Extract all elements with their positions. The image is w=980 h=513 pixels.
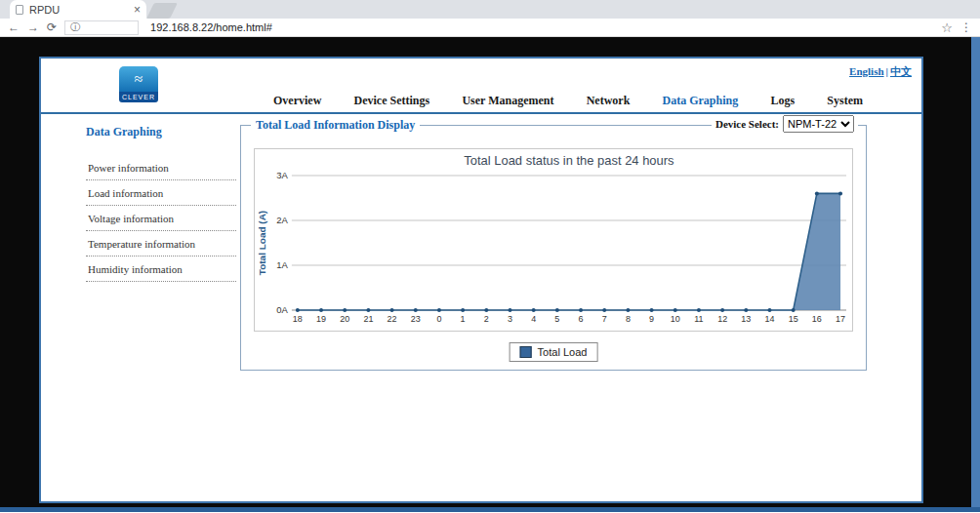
svg-text:17: 17	[836, 314, 845, 324]
sidebar: Data Graphing Power informationLoad info…	[86, 125, 236, 282]
svg-text:18: 18	[293, 314, 303, 324]
svg-text:22: 22	[388, 314, 397, 324]
browser-tab-strip: RPDU ×	[0, 0, 980, 19]
svg-text:13: 13	[741, 314, 751, 324]
chart-legend: Total Load	[510, 342, 598, 362]
svg-text:11: 11	[694, 314, 703, 324]
svg-text:4: 4	[531, 314, 536, 324]
info-icon: ⓘ	[70, 20, 80, 34]
bottom-edge-bar	[0, 507, 980, 512]
site-info-chip[interactable]: ⓘ	[64, 20, 139, 35]
legend-label: Total Load	[538, 346, 588, 358]
svg-text:2: 2	[484, 314, 489, 324]
browser-tab[interactable]: RPDU ×	[10, 0, 146, 19]
browser-toolbar: ← → ⟳ ⓘ 192.168.8.22/home.html# ☆ ⋮	[0, 19, 980, 37]
sidebar-item-power-information[interactable]: Power information	[86, 155, 236, 180]
rpdu-page: English|中文 ≈ CLEVER OverviewDevice Setti…	[39, 57, 923, 503]
svg-text:7: 7	[602, 314, 607, 324]
tab-title: RPDU	[29, 4, 134, 16]
svg-text:19: 19	[316, 314, 326, 324]
main-nav: OverviewDevice SettingsUser ManagementNe…	[273, 94, 863, 108]
device-select-label: Device Select:	[715, 118, 779, 130]
nav-item-network[interactable]: Network	[587, 94, 631, 108]
svg-text:3: 3	[508, 314, 512, 324]
lang-separator: |	[886, 65, 888, 77]
sidebar-list: Power informationLoad informationVoltage…	[86, 155, 236, 282]
page-favicon-icon	[16, 5, 23, 15]
svg-text:6: 6	[579, 314, 584, 324]
page-background: English|中文 ≈ CLEVER OverviewDevice Setti…	[0, 37, 980, 512]
device-select-group: Device Select: NPM-T-22	[712, 115, 858, 133]
back-icon[interactable]: ←	[8, 21, 20, 33]
nav-item-overview[interactable]: Overview	[273, 94, 321, 108]
svg-text:20: 20	[340, 314, 349, 324]
nav-item-user-management[interactable]: User Management	[462, 94, 553, 108]
clever-logo: ≈ CLEVER	[119, 66, 158, 102]
svg-text:15: 15	[789, 314, 798, 324]
total-load-chart: 0A1A2A3A18192021222301234567891011121314…	[255, 149, 852, 331]
svg-text:5: 5	[554, 314, 559, 324]
reload-icon[interactable]: ⟳	[47, 21, 57, 33]
lang-english-link[interactable]: English	[849, 65, 883, 77]
svg-text:1: 1	[461, 314, 466, 324]
browser-menu-icon[interactable]: ⋮	[960, 20, 972, 34]
sidebar-item-load-information[interactable]: Load information	[86, 180, 236, 206]
tab-close-icon[interactable]: ×	[134, 4, 141, 16]
total-load-panel: Total Load Information Display Device Se…	[240, 125, 867, 371]
svg-text:Total Load (A): Total Load (A)	[257, 211, 267, 275]
browser-window: RPDU × ← → ⟳ ⓘ 192.168.8.22/home.html# ☆…	[0, 0, 980, 513]
svg-text:0A: 0A	[276, 304, 288, 315]
lang-chinese-link[interactable]: 中文	[890, 65, 912, 77]
svg-text:8: 8	[626, 314, 631, 324]
sidebar-item-voltage-information[interactable]: Voltage information	[86, 206, 236, 231]
device-select[interactable]: NPM-T-22	[783, 115, 854, 133]
logo-wave-icon: ≈	[119, 66, 158, 92]
svg-text:Total Load status in the past: Total Load status in the past 24 hours	[464, 153, 674, 168]
svg-text:2A: 2A	[276, 215, 288, 225]
sidebar-item-temperature-information[interactable]: Temperature information	[86, 231, 236, 256]
svg-text:16: 16	[812, 314, 822, 324]
nav-item-logs[interactable]: Logs	[770, 94, 795, 108]
new-tab-button[interactable]	[146, 3, 178, 19]
address-bar[interactable]: 192.168.8.22/home.html#	[150, 21, 272, 33]
chart-box: 0A1A2A3A18192021222301234567891011121314…	[254, 148, 853, 332]
bookmark-star-icon[interactable]: ☆	[941, 20, 953, 35]
nav-underline	[41, 112, 921, 114]
svg-text:0: 0	[436, 314, 441, 324]
svg-text:1A: 1A	[276, 259, 288, 270]
svg-text:23: 23	[411, 314, 421, 324]
svg-text:10: 10	[671, 314, 680, 324]
right-edge-bar	[971, 37, 980, 512]
sidebar-item-humidity-information[interactable]: Humidity information	[86, 256, 236, 282]
logo-text: CLEVER	[119, 92, 158, 102]
svg-text:14: 14	[765, 314, 775, 324]
svg-text:12: 12	[717, 314, 727, 324]
language-switch: English|中文	[849, 64, 912, 79]
sidebar-title: Data Graphing	[86, 125, 236, 139]
svg-text:3A: 3A	[276, 170, 288, 180]
svg-text:9: 9	[649, 314, 654, 324]
legend-swatch-icon	[520, 346, 532, 358]
panel-title: Total Load Information Display	[251, 118, 420, 133]
forward-icon[interactable]: →	[27, 21, 39, 33]
svg-text:21: 21	[363, 314, 373, 324]
nav-item-system[interactable]: System	[827, 94, 863, 108]
nav-item-data-graphing[interactable]: Data Graphing	[663, 94, 739, 108]
nav-item-device-settings[interactable]: Device Settings	[354, 94, 430, 108]
